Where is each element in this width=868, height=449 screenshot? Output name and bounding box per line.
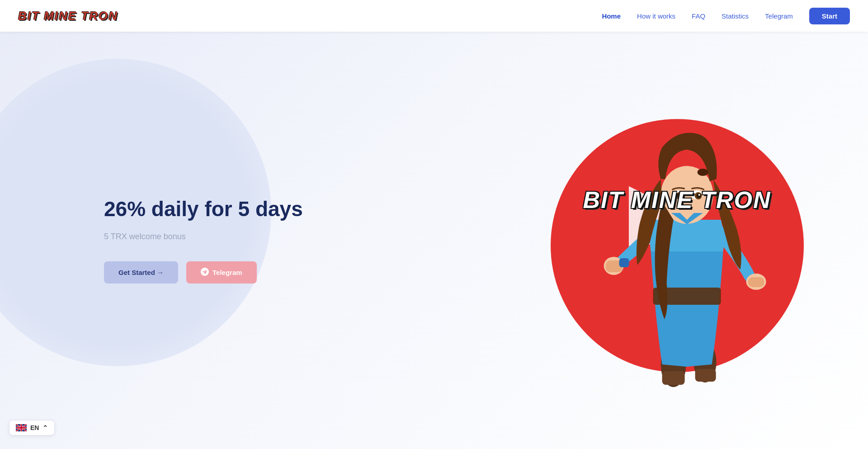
telegram-icon	[201, 268, 209, 277]
hero-buttons: Get Started → Telegram	[104, 261, 486, 284]
navbar: BIT MINE TRON Home How it works FAQ Stat…	[0, 0, 868, 32]
lang-chevron-icon: ⌃	[42, 424, 48, 431]
hero-headline: 26% daily for 5 days	[104, 197, 486, 221]
svg-rect-3	[662, 371, 684, 385]
start-button[interactable]: Start	[809, 8, 850, 24]
nav-how-it-works[interactable]: How it works	[637, 12, 675, 20]
lang-code: EN	[30, 424, 39, 431]
svg-rect-8	[619, 258, 629, 267]
nav-faq[interactable]: FAQ	[692, 12, 705, 20]
flag-uk-icon	[16, 424, 27, 431]
hero-subtext: 5 TRX welcome bonus	[104, 232, 486, 241]
hero-brand-title: BIT MINE TRON	[583, 186, 771, 213]
nav-telegram[interactable]: Telegram	[765, 12, 793, 20]
nav-logo[interactable]: BIT MINE TRON	[18, 9, 118, 23]
hero-right: BIT MINE TRON	[486, 82, 868, 399]
nav-statistics[interactable]: Statistics	[722, 12, 749, 20]
language-selector[interactable]: EN ⌃	[9, 420, 55, 435]
get-started-button[interactable]: Get Started →	[104, 261, 178, 284]
hero-section: 26% daily for 5 days 5 TRX welcome bonus…	[0, 32, 868, 449]
svg-rect-30	[16, 427, 27, 428]
svg-rect-10	[748, 277, 764, 287]
nav-home[interactable]: Home	[602, 12, 621, 20]
anime-character	[565, 116, 809, 387]
svg-rect-4	[695, 369, 716, 382]
telegram-button[interactable]: Telegram	[186, 261, 257, 284]
hero-left: 26% daily for 5 days 5 TRX welcome bonus…	[0, 197, 486, 284]
svg-point-13	[697, 169, 708, 176]
nav-links: Home How it works FAQ Statistics Telegra…	[602, 8, 850, 24]
